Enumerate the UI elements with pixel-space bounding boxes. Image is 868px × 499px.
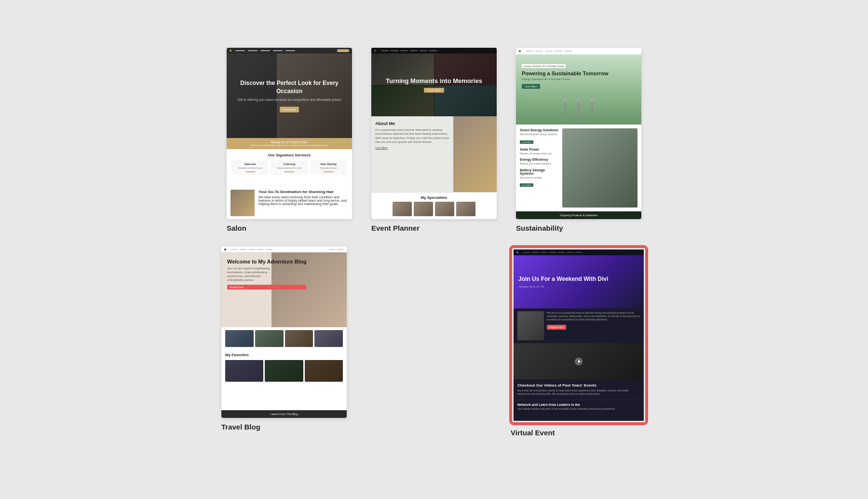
sustain-efficiency-title: Energy Efficiency <box>520 158 558 161</box>
event-specialties: My Specialties <box>371 192 497 219</box>
sustain-sidebar-item-solar: Solar Power Harness the power of the sun… <box>520 148 558 155</box>
service-styling-name: Hair Styling <box>312 163 346 166</box>
virtual-video-desc: We create rich and dynamic events to mak… <box>517 389 640 396</box>
salon-cta-bar: Ready for a Fresh Look? Book your appoin… <box>227 138 352 149</box>
virtual-network-desc: Join industry leaders and peers in this … <box>517 407 640 411</box>
virtual-thumbnail: Join Us For a Weekend With Divi January … <box>514 250 644 421</box>
virtual-video-section <box>514 343 644 379</box>
event-planner-label: Event Planner <box>371 224 420 232</box>
travel-nav <box>221 247 347 252</box>
sustain-eyebrow: Energy Solutions for a Greater Future <box>522 64 566 68</box>
travel-fav-1 <box>225 360 263 382</box>
travel-nav-extra <box>329 249 336 250</box>
event-nav-link <box>420 50 427 51</box>
sustain-green-title: Green Energy Solutions <box>520 128 558 132</box>
virtual-hero: Join Us For a Weekend With Divi January … <box>514 255 644 308</box>
sustain-solar-desc: Harness the power of the sun. <box>520 152 558 155</box>
salon-nav-items <box>235 50 295 51</box>
salon-cta-title: Ready for a Fresh Look? <box>231 140 347 144</box>
travel-logo <box>224 249 226 250</box>
sustain-green-btn: Learn More <box>520 140 533 144</box>
travel-hero-title: Welcome to My Adventure Blog <box>227 258 306 265</box>
travel-hero-content: Welcome to My Adventure Blog Join me as … <box>227 258 306 290</box>
event-about-image <box>453 116 497 192</box>
event-nav-links <box>381 50 437 51</box>
travel-thumbnail: Welcome to My Adventure Blog Join me as … <box>221 247 347 418</box>
salon-nav-item <box>285 50 295 51</box>
salon-cta-sub: Book your appointment now and let us hel… <box>231 144 347 147</box>
travel-hero: Welcome to My Adventure Blog Join me as … <box>221 252 347 327</box>
virtual-register-btn: Register Now <box>547 325 566 330</box>
travel-nav-right <box>329 249 344 250</box>
virtual-speaker-image <box>517 311 544 340</box>
travel-favorites-title: My Favorites <box>225 353 343 357</box>
event-spec-title: My Specialties <box>375 195 493 200</box>
salon-nav-item <box>260 50 270 51</box>
virtual-network-title: Network and Learn from Leaders in the <box>517 403 640 406</box>
virtual-nav <box>514 250 644 255</box>
service-coloring: Coloring Always giving the color <box>271 160 308 175</box>
virtual-nav-link <box>541 252 547 253</box>
service-haircuts: Haircuts Relaxed and fresh cuts <box>231 160 269 175</box>
virtual-play-button[interactable] <box>575 358 583 365</box>
travel-photo-4 <box>314 330 343 347</box>
travel-photo-1 <box>225 330 254 347</box>
event-logo <box>374 50 376 52</box>
travel-nav-link <box>240 249 246 250</box>
sustain-main-image <box>562 128 637 208</box>
card-salon[interactable]: Discover the Perfect Look for Every Occa… <box>227 48 352 232</box>
empty-spacer <box>366 247 491 437</box>
virtual-logo <box>516 251 518 253</box>
travel-nav-extra <box>337 249 344 250</box>
event-spec-item-4 <box>456 202 475 216</box>
card-event-planner[interactable]: Turning Moments into Memories Get in Tou… <box>371 48 497 232</box>
card-sustainability[interactable]: Energy Solutions for a Greater Future Po… <box>516 48 641 232</box>
sustain-nav-link <box>545 51 553 52</box>
virtual-text-section: Checkout Our Videos of Past Years' Event… <box>514 379 644 400</box>
sustain-hero-subtitle: Energy Solutions for a Greater Future <box>522 78 636 81</box>
travel-hero-btn: Explore Now <box>227 285 306 290</box>
event-hero-text: Turning Moments into Memories Get in Tou… <box>371 54 497 116</box>
travel-nav-links <box>231 249 272 250</box>
virtual-hero-date: January 18 & 19 '24 <box>518 285 639 288</box>
event-thumbnail: Turning Moments into Memories Get in Tou… <box>371 48 497 219</box>
travel-photo-2 <box>255 330 284 347</box>
virtual-speaker-section: We rely on our exceptional team to lead … <box>514 308 644 343</box>
salon-hero-sub: We're offering you salon services at com… <box>231 97 347 102</box>
service-haircuts-desc: Relaxed and fresh cuts <box>233 166 267 170</box>
sustain-footer: Ongoing Projects & Initiatives <box>516 211 641 219</box>
card-virtual-event[interactable]: Join Us For a Weekend With Divi January … <box>511 247 647 437</box>
sustain-hero-btn: Learn More <box>522 84 540 89</box>
event-hero-btn: Get in Touch <box>424 88 444 93</box>
salon-label: Salon <box>227 224 246 232</box>
travel-fav-2 <box>265 360 303 382</box>
virtual-speaker-text: We rely on our exceptional team to lead … <box>547 311 640 340</box>
sustain-battery-btn: Learn More <box>520 183 533 187</box>
virtual-speaker-desc: We rely on our exceptional team to lead … <box>547 311 640 321</box>
travel-favorites: My Favorites <box>221 350 347 385</box>
salon-thumbnail: Discover the Perfect Look for Every Occa… <box>227 48 352 219</box>
travel-nav-link <box>231 249 238 250</box>
virtual-nav-links <box>523 252 582 253</box>
service-styling-desc: Beautiful styles <box>312 166 346 170</box>
service-styling: Hair Styling Beautiful styles <box>310 160 347 175</box>
sustain-battery-title: Battery Storage Systems <box>520 168 558 175</box>
salon-nav-item <box>235 50 245 51</box>
service-styling-divider <box>324 171 333 172</box>
virtual-nav-link <box>575 252 582 253</box>
travel-favorites-grid <box>225 360 343 382</box>
turbine-1 <box>563 98 567 120</box>
service-coloring-divider <box>285 171 294 172</box>
turbine-pole <box>565 100 566 115</box>
salon-services-title: Our Signature Services <box>231 153 347 157</box>
turbine-2 <box>577 98 581 120</box>
travel-nav-link <box>248 249 255 250</box>
travel-photo-3 <box>285 330 313 347</box>
travel-fav-3 <box>305 360 343 382</box>
salon-hero-title: Discover the Perfect Look for Every Occa… <box>231 79 347 96</box>
service-coloring-desc: Always giving the color <box>272 166 306 170</box>
gallery-row-2: Welcome to My Adventure Blog Join me as … <box>178 247 690 437</box>
turbine-pole <box>592 100 593 112</box>
sustain-content: Green Energy Solutions We provide green … <box>516 125 641 211</box>
card-travel-blog[interactable]: Welcome to My Adventure Blog Join me as … <box>221 247 347 437</box>
